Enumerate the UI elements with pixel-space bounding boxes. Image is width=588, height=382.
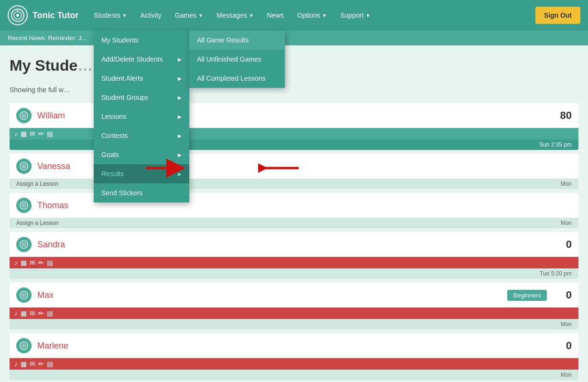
student-name: Marlene	[37, 341, 553, 351]
music-icon[interactable]: ♪	[14, 259, 18, 266]
dropdown-add-delete-students[interactable]: Add/Delete Students ▶	[94, 50, 189, 69]
edit-icon[interactable]: ✏	[38, 360, 44, 368]
student-score: 0	[553, 238, 572, 251]
card-footer: Mon	[10, 370, 578, 380]
music-icon[interactable]: ♪	[14, 130, 18, 138]
students-dropdown: My Students Add/Delete Students ▶ Studen…	[94, 31, 189, 202]
brand-icon	[8, 5, 28, 25]
assign-link[interactable]: Assign a Lesson	[16, 220, 58, 226]
list-icon[interactable]: ▤	[47, 130, 53, 138]
chevron-right-icon: ▶	[178, 114, 182, 119]
music-icon[interactable]: ♪	[14, 309, 18, 317]
student-score: 0	[553, 289, 572, 301]
dropdown-my-students[interactable]: My Students	[94, 31, 189, 50]
student-toolbar: ♪ ▦ ✉ ✏ ▤	[10, 308, 578, 319]
card-footer: Assign a Lesson Mon	[10, 218, 578, 228]
student-score: 0	[553, 340, 572, 352]
main-content: My Stude… …tions Showing the full w… Wil…	[0, 45, 588, 382]
dropdown-lessons[interactable]: Lessons ▶	[94, 107, 189, 126]
avatar	[16, 237, 32, 252]
chevron-down-icon: ▼	[122, 13, 127, 18]
nav-messages[interactable]: Messages ▼	[211, 8, 260, 23]
assign-link[interactable]: Assign a Lesson	[16, 180, 58, 187]
nav-options[interactable]: Options ▼	[292, 8, 333, 23]
chevron-down-icon: ▼	[322, 13, 327, 18]
dropdown-goals[interactable]: Goals ▶	[94, 145, 189, 164]
chevron-right-icon: ▶	[178, 76, 182, 81]
message-icon[interactable]: ✉	[30, 259, 35, 266]
grid-icon[interactable]: ▦	[21, 360, 27, 368]
list-icon[interactable]: ▤	[47, 360, 53, 368]
avatar	[16, 338, 32, 353]
nav-support[interactable]: Support ▼	[335, 8, 376, 23]
page-title: My Stude…	[10, 57, 93, 74]
list-icon[interactable]: ▤	[47, 259, 53, 266]
results-submenu: All Game Results All Unfinished Games Al…	[189, 31, 285, 88]
svg-point-18	[23, 295, 25, 296]
avatar	[16, 198, 32, 213]
chevron-right-icon: ▶	[178, 152, 182, 158]
dropdown-contests[interactable]: Contests ▶	[94, 126, 189, 145]
submenu-all-game-results[interactable]: All Game Results	[189, 31, 285, 50]
avatar	[16, 159, 32, 174]
svg-point-2	[16, 14, 19, 17]
svg-point-9	[23, 166, 25, 167]
student-score: 80	[553, 109, 572, 122]
chevron-right-icon: ▶	[178, 171, 182, 177]
chevron-down-icon: ▼	[249, 13, 254, 18]
grid-icon[interactable]: ▦	[21, 130, 27, 138]
student-card: Sandra 0 ♪ ▦ ✉ ✏ ▤ Tue 5:20 pm	[10, 232, 578, 279]
avatar	[16, 287, 32, 303]
submenu-all-unfinished-games[interactable]: All Unfinished Games	[189, 50, 285, 69]
edit-icon[interactable]: ✏	[38, 259, 44, 266]
news-bar: Recent News: Reminder: J...	[0, 31, 588, 45]
avatar	[16, 108, 32, 123]
chevron-right-icon: ▶	[178, 95, 182, 100]
message-icon[interactable]: ✉	[30, 130, 35, 138]
message-icon[interactable]: ✉	[30, 309, 35, 317]
dropdown-student-alerts[interactable]: Student Alerts ▶	[94, 69, 189, 88]
student-toolbar: ♪ ▦ ✉ ✏ ▤	[10, 358, 578, 370]
chevron-down-icon: ▼	[366, 13, 370, 18]
sign-out-button[interactable]: Sign Out	[535, 7, 580, 24]
student-name: Sandra	[37, 240, 553, 250]
chevron-right-icon: ▶	[178, 57, 182, 62]
svg-point-21	[23, 345, 25, 347]
dropdown-student-groups[interactable]: Student Groups ▶	[94, 88, 189, 107]
nav-activity[interactable]: Activity	[134, 8, 167, 23]
card-footer: Mon	[10, 319, 578, 329]
brand: Tonic Tutor	[8, 5, 78, 25]
message-icon[interactable]: ✉	[30, 360, 35, 368]
nav-news[interactable]: News	[261, 8, 290, 23]
svg-point-15	[23, 244, 25, 245]
nav-games[interactable]: Games ▼	[169, 8, 209, 23]
student-badge: Beginners	[507, 290, 547, 301]
grid-icon[interactable]: ▦	[21, 309, 27, 317]
svg-point-6	[23, 115, 25, 117]
dropdown-send-stickers[interactable]: Send Stickers	[94, 183, 189, 202]
nav-items: Students ▼ Activity Games ▼ Messages ▼ N…	[88, 8, 535, 23]
chevron-right-icon: ▶	[178, 133, 182, 138]
student-toolbar: ♪ ▦ ✉ ✏ ▤	[10, 257, 578, 268]
dropdown-results[interactable]: Results ▶	[94, 164, 189, 183]
student-name: Max	[37, 290, 507, 300]
edit-icon[interactable]: ✏	[38, 130, 44, 138]
student-card: Max Beginners 0 ♪ ▦ ✉ ✏ ▤ Mon	[10, 283, 578, 329]
brand-name: Tonic Tutor	[33, 11, 78, 21]
svg-point-12	[23, 205, 25, 206]
card-footer: Tue 5:20 pm	[10, 268, 578, 279]
student-card: Marlene 0 ♪ ▦ ✉ ✏ ▤ Mon	[10, 333, 578, 380]
nav-students[interactable]: Students ▼	[88, 8, 132, 23]
grid-icon[interactable]: ▦	[21, 259, 27, 266]
chevron-down-icon: ▼	[198, 13, 203, 18]
list-icon[interactable]: ▤	[47, 309, 53, 317]
submenu-all-completed-lessons[interactable]: All Completed Lessons	[189, 69, 285, 88]
music-icon[interactable]: ♪	[14, 360, 18, 368]
edit-icon[interactable]: ✏	[38, 309, 44, 317]
navbar: Tonic Tutor Students ▼ Activity Games ▼ …	[0, 0, 588, 31]
